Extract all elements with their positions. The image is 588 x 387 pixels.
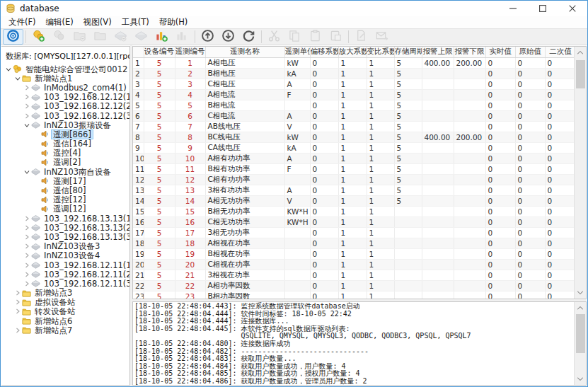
table-row[interactable]: 19519B相视在功率011000 — [133, 248, 574, 259]
column-header-12[interactable]: 原始值 — [515, 47, 545, 57]
table-row[interactable]: 20520C相视在功率011000 — [133, 259, 574, 270]
tree-item-28[interactable]: 新增站点7 — [4, 325, 129, 335]
tree-item-21[interactable]: 103_192.168.12.11(1) — [4, 260, 129, 270]
table-row[interactable]: 16516C相无功功率KW*H011000 — [133, 216, 574, 227]
table-row[interactable]: 22522A相功率因数011000 — [133, 280, 574, 291]
chevron-down-icon[interactable] — [4, 67, 12, 72]
column-header-13[interactable]: 二次值 — [545, 47, 574, 57]
menu-item-1[interactable]: 编辑(E) — [41, 16, 79, 28]
table-row[interactable]: 151A相电压kW0115400.00200.00000 — [133, 57, 574, 68]
table-row[interactable]: 959CA线电压kA0115000 — [133, 142, 574, 153]
scroll-down-arrow[interactable] — [575, 287, 587, 299]
chevron-right-icon[interactable] — [23, 253, 30, 258]
chevron-right-icon[interactable] — [23, 113, 30, 119]
move-down-button[interactable] — [218, 29, 238, 45]
chevron-right-icon[interactable] — [13, 308, 21, 314]
tree-item-23[interactable]: 103_192.168.12.11(3) — [4, 279, 129, 288]
tree-item-26[interactable]: 转发设备站 — [4, 307, 129, 316]
table-row[interactable]: 215213相视在功率011000 — [133, 270, 574, 280]
add-station-button[interactable] — [28, 29, 49, 45]
chevron-right-icon[interactable] — [23, 103, 30, 109]
chevron-right-icon[interactable] — [23, 243, 30, 249]
chevron-right-icon[interactable] — [23, 225, 30, 231]
tree-item-16[interactable]: 103_192.168.13.13(1) — [4, 214, 129, 223]
log-scroll-thumb[interactable] — [576, 314, 585, 353]
tree-item-6[interactable]: InNZ103振瑞设备 — [4, 120, 129, 129]
column-header-4[interactable]: 遥测单位 — [284, 47, 310, 57]
table-vertical-scrollbar[interactable] — [574, 47, 586, 299]
chevron-right-icon[interactable] — [13, 299, 21, 305]
chevron-right-icon[interactable] — [23, 85, 30, 91]
scroll-up-arrow[interactable] — [575, 47, 587, 59]
table-row[interactable]: 656C相电流A0115000 — [133, 110, 574, 121]
tree-item-7[interactable]: 遥测[866] — [4, 129, 129, 139]
scroll-thumb[interactable] — [576, 60, 585, 88]
table-row[interactable]: 175173相无功功率011000 — [133, 227, 574, 238]
chevron-down-icon[interactable] — [13, 76, 21, 81]
table-row[interactable]: 555B相电流0115000 — [133, 100, 574, 110]
log-scroll-down-arrow[interactable] — [575, 373, 587, 385]
table-row[interactable]: 11511B相有功功率F0115000 — [133, 163, 574, 174]
tree-item-22[interactable]: 103_192.168.12.11(2) — [4, 270, 129, 279]
table-row[interactable]: 858BC线电压kW0115400.00200.00000 — [133, 132, 574, 142]
tree-item-9[interactable]: 遥控[4] — [4, 149, 129, 158]
chevron-right-icon[interactable] — [23, 262, 30, 268]
log-vertical-scrollbar[interactable] — [574, 302, 586, 385]
column-header-1[interactable]: 设备编号 — [144, 47, 175, 57]
tree-item-24[interactable]: 新增站点3 — [4, 289, 129, 298]
column-header-2[interactable]: 遥测编号 — [175, 47, 205, 57]
tree-item-11[interactable]: InNZ103南自设备 — [4, 167, 129, 176]
table-row[interactable]: 18518A相视在功率011000 — [133, 238, 574, 248]
table-row[interactable]: 10510A相有功功率A0115000 — [133, 153, 574, 163]
column-header-0[interactable] — [133, 47, 144, 57]
menu-item-4[interactable]: 帮助(H) — [154, 16, 193, 28]
chevron-right-icon[interactable] — [23, 234, 30, 240]
chevron-right-icon[interactable] — [23, 216, 30, 221]
chevron-right-icon[interactable] — [23, 94, 30, 100]
tree-item-12[interactable]: 遥测[17] — [4, 176, 129, 185]
table-row[interactable]: 353C相电压A0115000 — [133, 79, 574, 89]
tree-item-17[interactable]: 103_192.168.13.13(2) — [4, 223, 129, 232]
chevron-down-icon[interactable] — [23, 169, 30, 175]
minimize-button[interactable] — [498, 1, 528, 16]
menu-item-2[interactable]: 视图(V) — [79, 16, 117, 28]
chevron-right-icon[interactable] — [23, 281, 30, 287]
column-header-5[interactable]: 偏移系数 — [310, 47, 338, 57]
table-row[interactable]: 252B相电压kA0115000 — [133, 68, 574, 79]
tree-item-5[interactable]: 103_192.168.12.12(3) — [4, 111, 129, 120]
column-header-7[interactable]: 变比系数 — [367, 47, 394, 57]
move-up-button[interactable] — [197, 29, 218, 45]
tree-item-4[interactable]: 103_192.168.12.12(2) — [4, 102, 129, 111]
tree-item-25[interactable]: 虚拟设备站 — [4, 298, 129, 307]
tree-item-0[interactable]: 智能电站综合管理公司0012 — [4, 64, 129, 74]
tree-item-10[interactable]: 遥调[2] — [4, 158, 129, 167]
tree-item-2[interactable]: InModbus2_com4(1) — [4, 83, 129, 92]
maximize-button[interactable] — [528, 1, 558, 16]
table-row[interactable]: 15515B相无功功率KW*H011000 — [133, 206, 574, 216]
tree-item-13[interactable]: 遥信[80] — [4, 185, 129, 195]
chevron-right-icon[interactable] — [13, 328, 21, 333]
column-header-3[interactable]: 遥测名称 — [205, 47, 284, 57]
chevron-right-icon[interactable] — [13, 290, 21, 296]
add-point-button[interactable] — [151, 29, 172, 45]
tree-item-1[interactable]: 新增站点1 — [4, 74, 129, 83]
menu-item-0[interactable]: 文件(F) — [4, 16, 41, 28]
tree-item-3[interactable]: 103_192.168.12.12(1) — [4, 93, 129, 102]
table-row[interactable]: 23523B相功率因数011000 — [133, 291, 574, 299]
table-row[interactable]: 135133相有功功率A0115000 — [133, 185, 574, 195]
close-button[interactable] — [558, 1, 587, 16]
column-header-10[interactable]: 报警下限 — [454, 47, 485, 57]
log-scroll-up-arrow[interactable] — [575, 302, 587, 314]
chevron-down-icon[interactable] — [23, 122, 30, 128]
table-row[interactable]: 757AB线电压V0115000 — [133, 121, 574, 132]
column-header-6[interactable]: 放大系数 — [338, 47, 367, 57]
column-header-9[interactable]: 报警上限 — [422, 47, 454, 57]
menu-item-3[interactable]: 工具(T) — [117, 16, 154, 28]
tree-item-19[interactable]: InNZ103设备3 — [4, 242, 129, 251]
connect-database-button[interactable] — [3, 29, 23, 45]
tree-item-8[interactable]: 遥信[164] — [4, 139, 129, 149]
tree-item-18[interactable]: 103_192.168.13.13(3) — [4, 232, 129, 241]
table-row[interactable]: 12512C相有功功率0115000 — [133, 174, 574, 185]
table-row[interactable]: 454A相电流F0115000 — [133, 89, 574, 100]
tree-item-20[interactable]: InNZ103设备4 — [4, 251, 129, 260]
